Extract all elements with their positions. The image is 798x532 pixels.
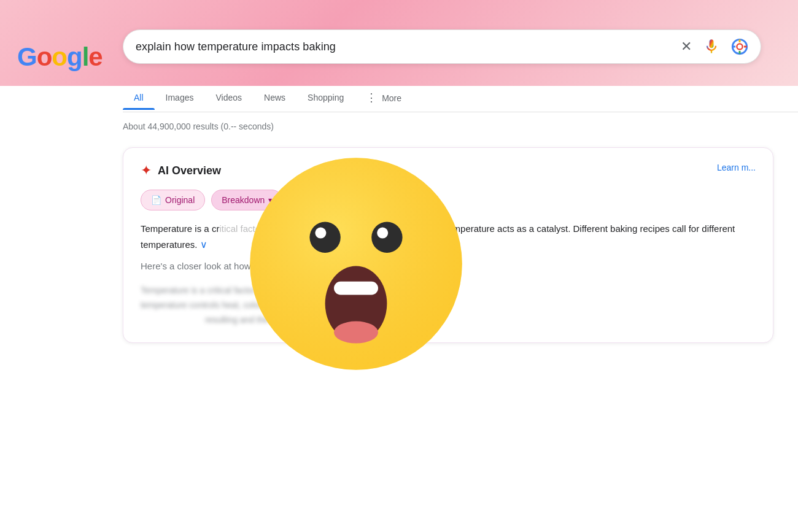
voice-search-icon[interactable] bbox=[703, 38, 720, 55]
logo-o1: o bbox=[37, 42, 52, 71]
tab-shopping[interactable]: Shopping bbox=[296, 87, 355, 110]
breakdown-chip-label: Breakdown bbox=[222, 195, 265, 205]
blurred-line-1: Temperature is a critical factor in baki… bbox=[141, 283, 756, 298]
original-chip-label: Original bbox=[165, 195, 195, 205]
ai-overview-section: ✦ AI Overview Learn m... 📄 Original Brea… bbox=[123, 147, 773, 343]
search-input[interactable]: explain how temperature impacts baking bbox=[136, 40, 681, 53]
visual-search-icon[interactable] bbox=[731, 38, 748, 55]
clear-search-icon[interactable]: ✕ bbox=[681, 40, 692, 53]
more-icon: ⋮ bbox=[366, 91, 377, 104]
search-bar-icons: ✕ bbox=[681, 38, 748, 55]
logo-g: G bbox=[17, 42, 37, 71]
ai-sparkle-icon: ✦ bbox=[141, 163, 152, 179]
expand-icon[interactable]: ∨ bbox=[200, 239, 207, 250]
chip-arrow-icon: ▾ bbox=[268, 196, 272, 204]
blurred-line-2: temperature controls heat, color and moi… bbox=[141, 298, 756, 313]
logo-g2: g bbox=[67, 42, 82, 71]
search-tabs: All Images Videos News Shopping ⋮ More bbox=[123, 85, 798, 112]
results-count: About 44,900,000 results (0.-- seconds) bbox=[123, 121, 274, 131]
logo-e: e bbox=[88, 42, 102, 71]
blurred-line-3: resulting and the structure bbox=[141, 313, 756, 328]
blurred-content: Temperature is a critical factor in baki… bbox=[141, 283, 756, 327]
closer-look-text: Here's a closer look at how temperature … bbox=[141, 259, 756, 274]
learn-more-button[interactable]: Learn m... bbox=[717, 163, 756, 172]
google-logo: Google bbox=[17, 44, 103, 70]
ai-overview-title: AI Overview bbox=[158, 164, 221, 177]
tab-more[interactable]: ⋮ More bbox=[355, 85, 413, 112]
search-bar-container: explain how temperature impacts baking ✕ bbox=[123, 29, 761, 64]
logo-l: l bbox=[82, 42, 89, 71]
logo-o2: o bbox=[52, 42, 67, 71]
filter-chips: 📄 Original Breakdown ▾ bbox=[141, 190, 756, 210]
original-chip[interactable]: 📄 Original bbox=[141, 190, 205, 210]
tab-videos[interactable]: Videos bbox=[204, 87, 253, 110]
breakdown-chip[interactable]: Breakdown ▾ bbox=[211, 190, 282, 210]
tab-news[interactable]: News bbox=[253, 87, 296, 110]
tab-all[interactable]: All bbox=[123, 87, 155, 110]
search-bar[interactable]: explain how temperature impacts baking ✕ bbox=[123, 29, 761, 64]
bottom-fade bbox=[0, 458, 798, 532]
svg-point-1 bbox=[737, 44, 742, 49]
ai-overview-header: ✦ AI Overview bbox=[141, 163, 756, 179]
tab-images[interactable]: Images bbox=[155, 87, 205, 110]
ai-body-text: Temperature is a critical factor in baki… bbox=[141, 222, 756, 253]
doc-icon: 📄 bbox=[151, 195, 161, 205]
